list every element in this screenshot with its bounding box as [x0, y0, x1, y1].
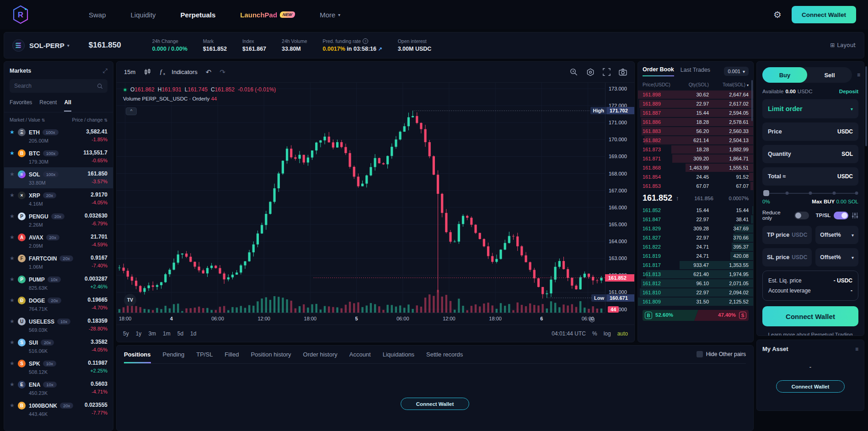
- my-asset-menu-icon[interactable]: ≡: [855, 346, 858, 352]
- chart-settings-icon[interactable]: [586, 68, 595, 76]
- favorite-star-icon[interactable]: ★: [10, 171, 18, 177]
- bottom-tab-positions[interactable]: Positions: [124, 351, 151, 363]
- bid-row[interactable]: 161.81924.71420.08: [638, 251, 753, 261]
- series-status-dot[interactable]: [123, 88, 127, 92]
- time-axis[interactable]: 18:00406:0012:0018:00506:0012:0018:00606…: [117, 313, 605, 325]
- markets-tab-all[interactable]: All: [64, 99, 71, 112]
- range-5d[interactable]: 5d: [177, 330, 183, 337]
- bid-row[interactable]: 161.82224.71395.37: [638, 242, 753, 251]
- nav-item-swap[interactable]: Swap: [89, 11, 106, 19]
- market-row-spk[interactable]: ★SSPK10x508.12K0.11987+2.25%: [4, 357, 113, 378]
- sl-offset-select[interactable]: Offset%▾: [815, 248, 858, 266]
- bid-row[interactable]: 161.829309.28347.69: [638, 224, 753, 233]
- percent-scale-button[interactable]: %: [592, 330, 597, 337]
- favorite-star-icon[interactable]: ★: [10, 192, 18, 198]
- bid-row[interactable]: 161.82722.97370.66: [638, 233, 753, 242]
- tab-order-book[interactable]: Order Book: [643, 66, 674, 76]
- sl-price-field[interactable]: SL priceUSDC: [762, 248, 812, 266]
- chart-canvas[interactable]: O161.862 H161.931 L161.745 C161.852 -0.0…: [117, 83, 634, 325]
- fullscreen-icon[interactable]: [603, 68, 611, 76]
- hide-other-pairs[interactable]: Hide Other pairs: [697, 351, 746, 357]
- layout-button[interactable]: ⊞Layout: [830, 42, 856, 48]
- market-row-useless[interactable]: ★UUSELESS10x569.03K0.18359-28.80%: [4, 314, 113, 335]
- bid-row[interactable]: 161.80931.502,125.52: [638, 297, 753, 306]
- range-1m[interactable]: 1m: [163, 330, 171, 337]
- favorite-star-icon[interactable]: ★: [10, 276, 18, 282]
- total-field[interactable]: Total ≈USDC: [762, 167, 858, 186]
- favorite-star-icon[interactable]: ★: [10, 234, 18, 240]
- favorite-star-icon[interactable]: ★: [10, 129, 18, 135]
- bid-row[interactable]: 161.84722.9738.41: [638, 215, 753, 224]
- slider-handle[interactable]: [763, 190, 769, 196]
- bottom-tab-account[interactable]: Account: [349, 351, 371, 363]
- nav-item-liquidity[interactable]: Liquidity: [131, 11, 156, 19]
- range-1d[interactable]: 1d: [190, 330, 196, 337]
- collapse-legend-button[interactable]: ^: [126, 107, 137, 115]
- bid-row[interactable]: 161.81296.102,071.05: [638, 279, 753, 288]
- ask-row[interactable]: 161.88715.442,594.05: [638, 108, 753, 117]
- hide-other-pairs-checkbox[interactable]: [697, 351, 703, 357]
- favorite-star-icon[interactable]: ★: [10, 360, 18, 367]
- market-search[interactable]: [10, 79, 107, 93]
- bid-row[interactable]: 161.813621.401,974.95: [638, 270, 753, 279]
- order-menu-icon[interactable]: ≡: [857, 72, 860, 78]
- market-row-sol[interactable]: ★≡SOL100x33.80M161.850-3.57%: [4, 167, 113, 188]
- market-row-pump[interactable]: ★PPUMP10x825.63K0.003287+2.46%: [4, 272, 113, 293]
- market-row-avax[interactable]: ★AAVAX20x2.09M21.701-4.59%: [4, 230, 113, 251]
- favorite-star-icon[interactable]: ★: [10, 318, 18, 325]
- nav-item-launchpad[interactable]: LaunchPadNEW: [240, 11, 295, 19]
- connect-wallet-button-asset[interactable]: Connect Wallet: [776, 380, 845, 393]
- ask-row[interactable]: 161.87318.281,882.99: [638, 145, 753, 154]
- ask-row[interactable]: 161.882621.142,504.13: [638, 136, 753, 145]
- tp-offset-select[interactable]: Offset%▾: [815, 226, 858, 244]
- market-row-fartcoin[interactable]: ★FFARTCOIN20x1.06M0.9167-7.40%: [4, 251, 113, 272]
- bid-row[interactable]: 161.817933.471,353.55: [638, 261, 753, 270]
- tab-last-trades[interactable]: Last Trades: [680, 67, 710, 76]
- bottom-tab-order-history[interactable]: Order history: [303, 351, 338, 363]
- ask-row[interactable]: 161.88356.202,560.33: [638, 127, 753, 136]
- learn-more-link[interactable]: Learn more about Perpetual Trading here: [762, 332, 858, 336]
- bottom-tab-tp-sl[interactable]: TP/SL: [196, 351, 213, 363]
- page-scrollbar[interactable]: [865, 66, 867, 146]
- favorite-star-icon[interactable]: ★: [10, 339, 18, 346]
- market-row-sui[interactable]: ★SSUI20x516.06K3.3582-4.05%: [4, 335, 113, 357]
- col-total[interactable]: Total(SOL) ▾: [709, 82, 749, 87]
- range-5y[interactable]: 5y: [123, 330, 129, 337]
- column-market-value[interactable]: Market / Value ⇅: [10, 117, 45, 122]
- ask-row[interactable]: 161.85367.0767.07: [638, 181, 753, 191]
- favorite-star-icon[interactable]: ★: [10, 255, 18, 261]
- connect-wallet-pill-button[interactable]: Connect Wallet: [401, 398, 469, 410]
- markets-tab-favorites[interactable]: Favorites: [10, 99, 32, 108]
- market-row-pengu[interactable]: ★PPENGU20x2.26M0.032630-6.79%: [4, 209, 113, 230]
- connect-wallet-button[interactable]: Connect Wallet: [792, 6, 856, 23]
- bottom-tab-pending[interactable]: Pending: [163, 351, 185, 363]
- info-icon[interactable]: ?: [363, 38, 368, 44]
- ask-row[interactable]: 161.871309.201,864.71: [638, 154, 753, 163]
- tpsl-toggle[interactable]: [834, 212, 848, 219]
- price-field[interactable]: PriceUSDC: [762, 122, 858, 141]
- settings-gear-icon[interactable]: ⚙: [773, 9, 782, 20]
- favorite-star-icon[interactable]: ★: [10, 297, 18, 303]
- market-row-doge[interactable]: ★ÐDOGE20x764.71K0.19665-4.70%: [4, 293, 113, 314]
- app-logo[interactable]: R: [12, 5, 29, 24]
- indicators-button[interactable]: fx Indicators: [160, 68, 197, 76]
- log-scale-button[interactable]: log: [604, 330, 611, 337]
- bottom-tab-settle-records[interactable]: Settle records: [426, 351, 463, 363]
- range-3m[interactable]: 3m: [148, 330, 156, 337]
- search-input[interactable]: [14, 83, 97, 89]
- clock[interactable]: 04:01:44 UTC: [552, 330, 586, 337]
- nav-item-perpetuals[interactable]: Perpetuals: [181, 11, 216, 19]
- market-row-xrp[interactable]: ★×XRP20x4.16M2.9170-4.05%: [4, 188, 113, 209]
- market-row-ena[interactable]: ★EENA10x450.23K0.5603-4.71%: [4, 378, 113, 399]
- market-row-1000bonk[interactable]: ★B1000BONK20x443.46K0.023555-7.77%: [4, 399, 113, 420]
- ask-row[interactable]: 161.88922.972,617.02: [638, 99, 753, 108]
- ask-row[interactable]: 161.88618.282,578.61: [638, 117, 753, 127]
- sliders-icon[interactable]: [852, 212, 858, 219]
- ask-row[interactable]: 161.85424.4591.52: [638, 172, 753, 181]
- tick-size-select[interactable]: 0.001▾: [724, 67, 749, 76]
- undo-icon[interactable]: ↶: [206, 68, 212, 76]
- external-link-icon[interactable]: ↗: [378, 46, 382, 52]
- camera-icon[interactable]: [619, 69, 627, 76]
- connect-wallet-button-trade[interactable]: Connect Wallet: [762, 306, 858, 326]
- expand-panel-icon[interactable]: ⤢: [103, 67, 107, 74]
